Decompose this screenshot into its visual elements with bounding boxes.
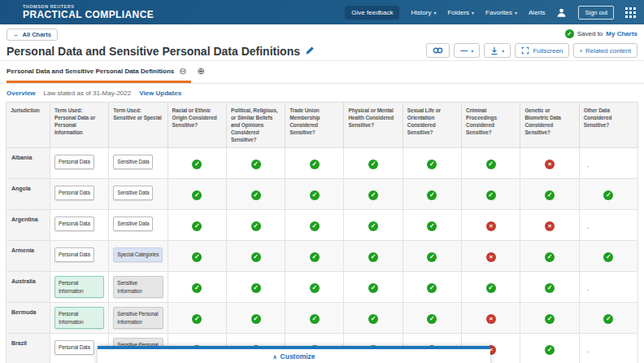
tab-personal-data-definitions[interactable]: Personal Data and Sensitive Personal Dat…	[7, 61, 191, 83]
download-dropdown-button[interactable]: ▾	[484, 43, 511, 58]
flag-yes-icon: ✓	[603, 190, 613, 200]
sensitivity-cell: ✓	[285, 303, 344, 334]
flag-yes-icon: ✓	[368, 283, 378, 293]
column-header: Genetic or Biometric Data Considered Sen…	[520, 103, 579, 148]
sensitivity-cell: -	[579, 272, 637, 303]
chevron-down-icon: ▾	[515, 10, 517, 15]
app-grid-icon[interactable]	[625, 7, 636, 18]
term-cell: Personal Data	[50, 241, 109, 272]
chart-tabs: Personal Data and Sensitive Personal Dat…	[0, 60, 644, 84]
term-chip[interactable]: Special Categories	[113, 247, 163, 261]
sign-out-button[interactable]: Sign out	[578, 6, 614, 20]
chart-header: ← All Charts Personal Data and Sensitive…	[0, 24, 644, 60]
remove-chart-icon[interactable]: ⊖	[179, 67, 186, 76]
term-chip[interactable]: Sensitive Data	[113, 216, 153, 230]
chevron-down-icon: ▾	[472, 10, 474, 15]
sensitivity-cell: ×	[462, 303, 520, 334]
term-cell: Sensitive Data	[109, 179, 168, 210]
flag-yes-icon: ✓	[192, 190, 202, 200]
column-header: Criminal Proceedings Considered Sensitiv…	[462, 103, 520, 148]
column-header: Racial or Ethnic Origin Considered Sensi…	[168, 103, 226, 148]
alerts-link[interactable]: Alerts	[529, 9, 545, 16]
sensitivity-cell: ✓	[226, 148, 285, 179]
flag-yes-icon: ✓	[192, 221, 202, 231]
flag-yes-icon: ✓	[427, 283, 437, 293]
sensitivity-cell: ✓	[344, 148, 402, 179]
term-chip[interactable]: Personal Information	[54, 307, 104, 329]
column-header: Other Data Considered Sensitive?	[579, 103, 637, 148]
sensitivity-cell: ✓	[344, 303, 402, 334]
give-feedback-button[interactable]: Give feedback	[345, 6, 399, 20]
dash-value: -	[587, 286, 590, 293]
sensitivity-cell: ×	[462, 241, 520, 272]
flag-yes-icon: ✓	[310, 314, 320, 324]
top-header-bar: THOMSON REUTERS PRACTICAL COMPLIANCE Giv…	[0, 0, 644, 24]
jurisdiction-cell: Bermuda	[7, 303, 50, 334]
flag-yes-icon: ✓	[251, 283, 261, 293]
sensitivity-cell: ✓	[168, 179, 226, 210]
my-charts-link[interactable]: My Charts	[606, 30, 637, 37]
term-cell: Sensitive Data	[109, 148, 168, 179]
sensitivity-cell: ✓	[168, 303, 226, 334]
term-chip[interactable]: Sensitive Data	[113, 186, 153, 199]
sensitivity-cell: ✓	[402, 303, 461, 334]
term-chip[interactable]: Personal Data	[54, 186, 94, 199]
term-chip[interactable]: Sensitive Data	[113, 155, 153, 168]
table-row: AustraliaPersonal InformationSensitive I…	[7, 272, 638, 303]
flag-no-icon: ×	[486, 221, 496, 231]
term-cell: Personal Data	[50, 210, 109, 241]
table-header: JurisdictionTerm Used: Personal Data or …	[7, 103, 638, 148]
flag-no-icon: ×	[486, 314, 496, 324]
sensitivity-cell: ✓	[285, 272, 344, 303]
term-chip[interactable]: Personal Data	[54, 155, 94, 168]
flag-no-icon: ×	[545, 221, 555, 231]
sensitivity-cell: ✓	[226, 303, 285, 334]
flag-yes-icon: ✓	[192, 160, 202, 169]
sensitivity-cell: ✓	[579, 179, 637, 210]
term-cell: Sensitive Personal Information	[109, 303, 168, 334]
edit-title-pencil-icon[interactable]	[305, 45, 315, 58]
column-header: Political, Religious, or Similar Beliefs…	[226, 103, 285, 148]
jurisdiction-cell: Angola	[7, 179, 50, 210]
user-profile-icon[interactable]	[556, 7, 567, 18]
add-chart-icon[interactable]: ⊕	[198, 66, 205, 77]
flag-yes-icon: ✓	[251, 252, 261, 262]
sensitivity-cell: ✓	[168, 210, 226, 241]
term-chip[interactable]: Personal Data	[54, 216, 94, 230]
flag-yes-icon: ✓	[427, 252, 437, 262]
back-to-all-charts-button[interactable]: ← All Charts	[7, 28, 58, 41]
term-chip[interactable]: Personal Data	[54, 340, 94, 354]
chevron-down-icon: ▾	[433, 10, 436, 15]
overview-link[interactable]: Overview	[7, 90, 36, 97]
view-updates-link[interactable]: View Updates	[139, 90, 181, 97]
sensitivity-cell: ✓	[579, 303, 637, 334]
customize-panel-toggle[interactable]: ∧Customize	[98, 346, 490, 363]
copy-link-button[interactable]	[426, 43, 450, 58]
term-chip[interactable]: Personal Information	[54, 276, 104, 298]
term-chip[interactable]: Personal Data	[54, 247, 94, 261]
sensitivity-cell: ×	[520, 148, 579, 179]
history-menu[interactable]: History▾	[411, 9, 436, 16]
fullscreen-button[interactable]: Fullscreen	[515, 43, 569, 58]
column-header: Physical or Mental Health Considered Sen…	[344, 103, 402, 148]
flag-yes-icon: ✓	[368, 314, 378, 324]
term-chip[interactable]: Sensitive Personal Information	[113, 307, 163, 329]
annotation-dropdown-button[interactable]: — ▾	[454, 43, 480, 58]
download-icon	[490, 46, 498, 55]
flag-yes-icon: ✓	[545, 345, 555, 355]
related-content-button[interactable]: ‹ Related content	[573, 43, 637, 58]
favorites-menu[interactable]: Favorites▾	[485, 9, 517, 16]
chevron-up-icon: ∧	[272, 354, 276, 360]
flag-no-icon: ×	[545, 160, 555, 169]
back-arrow-icon: ←	[13, 31, 20, 38]
folders-menu[interactable]: Folders▾	[447, 9, 474, 16]
term-cell: Personal Data	[50, 179, 109, 210]
flag-yes-icon: ✓	[368, 252, 378, 262]
jurisdiction-cell: Armenia	[7, 241, 50, 272]
term-chip[interactable]: Sensitive Information	[113, 276, 163, 298]
sensitivity-cell: ✓	[402, 210, 461, 241]
flag-yes-icon: ✓	[545, 283, 555, 293]
sensitivity-cell: ✓	[226, 241, 285, 272]
sensitivity-cell: ✓	[402, 179, 461, 210]
table-row: ArgentinaPersonal DataSensitive Data✓✓✓✓…	[7, 210, 638, 241]
